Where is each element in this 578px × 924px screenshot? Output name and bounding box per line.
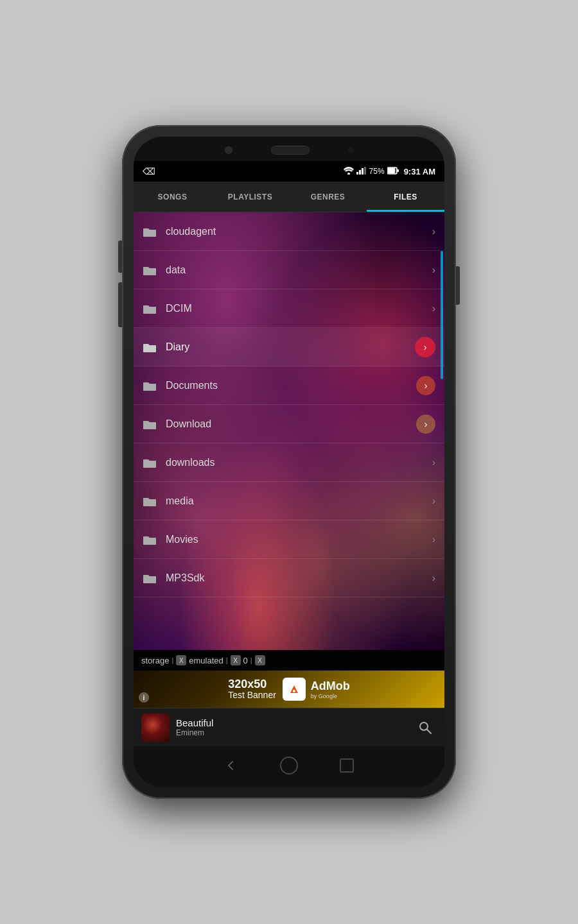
breadcrumb-storage: storage [141,656,169,665]
file-list-container: cloudagent › data › [134,212,444,650]
chevron-right-icon: › [432,303,435,314]
breadcrumb-x-emulated[interactable]: X [231,655,241,665]
charging-icon [387,167,399,176]
usb-icon: ⌫ [143,166,155,176]
home-button[interactable] [276,753,302,778]
scrollbar[interactable] [441,251,443,379]
now-playing-artist: Eminem [176,728,407,737]
chevron-right-icon: › [432,226,435,237]
admob-icon [283,678,306,701]
file-name: Movies [166,534,432,545]
list-item[interactable]: cloudagent › [134,212,444,251]
chevron-right-icon: › [416,415,435,434]
file-name: data [166,264,432,276]
admob-sub-label: by Google [311,693,350,699]
breadcrumb-emulated: emulated [189,656,223,665]
file-name: media [166,495,432,507]
admob-main-label: AdMob [311,680,350,693]
svg-line-11 [427,729,432,733]
file-name: downloads [166,457,432,468]
breadcrumb: storage | X emulated | X 0 | X [134,650,444,671]
list-item[interactable]: Movies › [134,520,444,559]
folder-icon [143,303,157,314]
list-item[interactable]: media › [134,482,444,520]
file-name: MP3Sdk [166,572,432,584]
file-name: Diary [166,341,415,353]
breadcrumb-zero: 0 [243,656,248,665]
breadcrumb-x-zero[interactable]: X [255,655,265,665]
volume-down-button[interactable] [118,282,122,327]
folder-icon [143,457,157,468]
tab-files[interactable]: FILES [367,182,444,212]
list-item[interactable]: Documents › [134,366,444,405]
status-right: 75% 9:31 AM [344,167,435,176]
breadcrumb-x-storage[interactable]: X [176,655,186,665]
now-playing-bar[interactable]: Beautiful Eminem [134,708,444,746]
battery-pct: 75% [369,167,385,176]
ad-size-text: 320x50 [228,678,276,690]
proximity-sensor [348,148,353,153]
chevron-right-icon: › [416,376,435,395]
file-name: Documents [166,380,416,391]
phone-screen: ⌫ 75% [134,137,444,787]
tab-songs[interactable]: SONGS [134,182,211,212]
ad-banner-label: Test Banner [228,690,276,700]
chevron-right-icon: › [432,534,435,545]
album-art-image [141,714,170,742]
speaker-grille [271,146,310,155]
ad-text-block: 320x50 Test Banner [228,678,276,700]
svg-point-0 [347,173,350,175]
power-button[interactable] [456,266,460,305]
tab-genres[interactable]: GENRES [289,182,367,212]
breadcrumb-sep-3: | [250,656,252,664]
list-item[interactable]: DCIM › [134,289,444,328]
svg-point-9 [293,690,295,692]
file-name: cloudagent [166,226,432,237]
now-playing-info: Beautiful Eminem [176,717,407,737]
album-art [141,714,170,742]
main-tabs: SONGS PLAYLISTS GENRES FILES [134,182,444,212]
back-button[interactable] [218,753,244,778]
admob-text: AdMob by Google [311,680,350,699]
search-button[interactable] [414,716,437,739]
status-bar: ⌫ 75% [134,161,444,182]
chevron-right-icon: › [432,264,435,276]
svg-rect-1 [356,172,358,175]
ad-logo-block: AdMob by Google [283,678,350,701]
list-item[interactable]: Diary › [134,328,444,366]
svg-rect-7 [397,169,399,172]
breadcrumb-sep: | [171,656,173,664]
chevron-right-icon: › [432,457,435,468]
phone-device: ⌫ 75% [122,125,456,799]
svg-rect-4 [364,167,366,175]
hardware-nav [134,746,444,787]
recents-button[interactable] [334,753,360,778]
file-name: DCIM [166,303,432,314]
chevron-right-icon: › [432,495,435,507]
hardware-top [134,137,444,161]
status-left: ⌫ [143,166,155,176]
list-item[interactable]: data › [134,251,444,289]
list-item[interactable]: downloads › [134,443,444,482]
tab-playlists[interactable]: PLAYLISTS [211,182,289,212]
folder-icon [143,264,157,276]
folder-icon [143,226,157,237]
list-item[interactable]: MP3Sdk › [134,559,444,597]
svg-rect-6 [388,168,395,173]
signal-icon [356,167,367,176]
folder-icon [143,572,157,584]
ad-info-button[interactable]: i [139,692,149,703]
folder-icon [143,534,157,545]
file-list: cloudagent › data › [134,212,444,597]
list-item[interactable]: Download › [134,405,444,443]
svg-rect-2 [359,170,361,175]
wifi-icon [344,167,354,176]
volume-up-button[interactable] [118,241,122,273]
time-display: 9:31 AM [404,167,435,176]
folder-icon [143,380,157,391]
folder-icon [143,418,157,430]
breadcrumb-sep-2: | [226,656,228,664]
chevron-right-icon: › [432,572,435,584]
ad-banner: i 320x50 Test Banner AdMob by Google [134,671,444,708]
file-name: Download [166,418,416,430]
